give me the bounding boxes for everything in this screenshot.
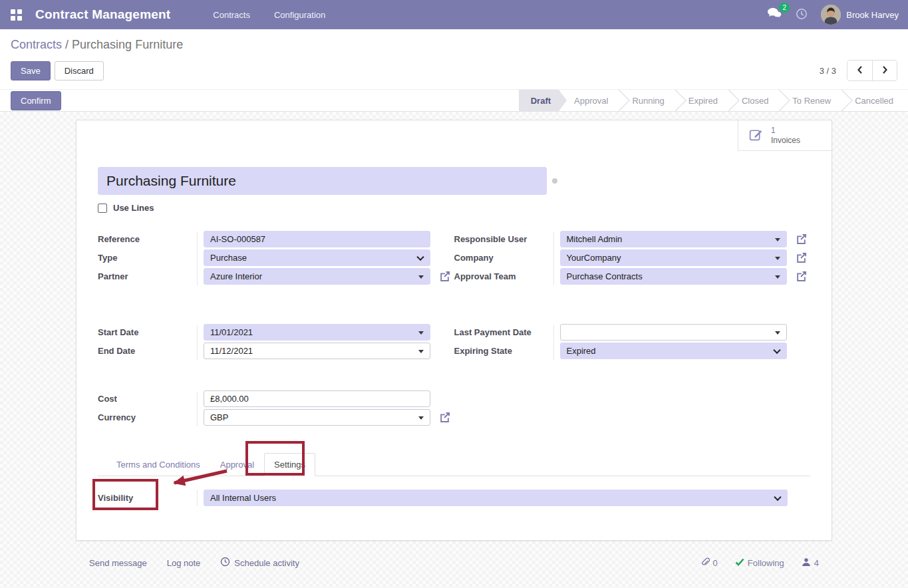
clock-icon [796, 8, 808, 22]
activities-button[interactable] [796, 8, 808, 22]
last-payment-date-label: Last Payment Date [454, 327, 553, 337]
dropdown-caret-icon [418, 350, 424, 353]
partner-external-link-icon[interactable] [438, 270, 451, 283]
send-message-button[interactable]: Send message [89, 558, 147, 568]
user-menu[interactable]: Brook Harvey [821, 5, 899, 25]
app-title[interactable]: Contract Management [35, 7, 170, 22]
pager-previous-button[interactable] [847, 61, 872, 80]
approval-team-field[interactable]: Purchase Contracts [560, 268, 787, 285]
chevron-down-icon [774, 493, 781, 500]
attachments-button[interactable]: 0 [700, 557, 718, 569]
stage-separator-icon [838, 90, 847, 111]
person-icon [802, 557, 811, 569]
contract-title-input[interactable] [98, 167, 547, 195]
chevron-right-icon [881, 65, 889, 76]
last-payment-date-field[interactable] [560, 324, 787, 341]
invoice-count: 1 [771, 126, 800, 136]
expiring-state-select[interactable]: Expired [560, 343, 787, 359]
cost-label: Cost [98, 394, 197, 404]
type-label: Type [98, 253, 197, 263]
stage-draft[interactable]: Draft [519, 90, 567, 111]
responsible-user-field[interactable]: Mitchell Admin [560, 231, 787, 247]
content-area: 1 Invoices Use Lines Reference [0, 112, 908, 588]
dropdown-caret-icon [775, 238, 780, 241]
use-lines-checkbox[interactable] [98, 204, 107, 213]
approval-team-label: Approval Team [454, 271, 553, 281]
message-count-badge: 2 [779, 3, 790, 13]
invoices-stat-button[interactable]: 1 Invoices [738, 120, 832, 151]
notebook-tabs: Terms and Conditions Approval Settings [98, 453, 810, 476]
top-navbar: Contract Management Contracts Configurat… [0, 0, 908, 29]
menu-configuration[interactable]: Configuration [274, 10, 325, 20]
chevron-down-icon [773, 346, 780, 353]
dropdown-caret-icon [775, 257, 780, 260]
pager-next-button[interactable] [872, 61, 897, 80]
chevron-down-icon [416, 253, 424, 260]
follower-count: 4 [814, 558, 819, 568]
expiring-state-label: Expiring State [454, 346, 553, 356]
start-date-field[interactable]: 11/01/2021 [204, 324, 430, 341]
dropdown-caret-icon [775, 275, 780, 279]
company-label: Company [454, 253, 553, 263]
tab-approval[interactable]: Approval [210, 453, 264, 476]
following-button[interactable]: Following [735, 558, 784, 568]
schedule-activity-button[interactable]: Schedule activity [220, 557, 299, 569]
stage-pipeline: Draft Approval Running Expired Closed To… [519, 90, 908, 111]
edit-pencil-icon [748, 126, 764, 145]
visibility-label: Visibility [98, 493, 197, 503]
log-note-button[interactable]: Log note [167, 558, 201, 568]
currency-external-link-icon[interactable] [438, 411, 451, 424]
currency-field[interactable]: GBP [204, 409, 430, 426]
currency-label: Currency [98, 412, 197, 422]
chatter: Send message Log note Schedule activity … [76, 541, 832, 585]
activity-clock-icon [220, 557, 230, 569]
reference-input[interactable] [204, 231, 430, 247]
responsible-user-label: Responsible User [454, 234, 553, 244]
stage-separator-icon [672, 90, 681, 111]
pager-count: 3 / 3 [820, 66, 836, 76]
tab-terms-and-conditions[interactable]: Terms and Conditions [106, 453, 210, 476]
discard-button[interactable]: Discard [55, 61, 104, 80]
breadcrumb-separator: / [65, 38, 69, 51]
stage-to-renew[interactable]: To Renew [785, 90, 838, 111]
apps-grid-icon[interactable] [11, 9, 22, 21]
tab-settings[interactable]: Settings [264, 453, 315, 476]
user-name: Brook Harvey [846, 10, 899, 20]
main-menu: Contracts Configuration [213, 10, 325, 20]
save-button[interactable]: Save [11, 61, 51, 80]
company-field[interactable]: YourCompany [560, 249, 787, 266]
translate-indicator-dot [552, 178, 557, 184]
statusbar: Confirm Draft Approval Running Expired C… [0, 89, 908, 112]
invoice-label: Invoices [771, 136, 800, 146]
breadcrumb-parent[interactable]: Contracts [11, 38, 62, 51]
form-sheet: 1 Invoices Use Lines Reference [76, 120, 832, 541]
stage-separator-icon [615, 90, 625, 111]
dropdown-caret-icon [418, 275, 424, 279]
avatar [821, 5, 841, 25]
end-date-label: End Date [98, 346, 197, 356]
cost-input[interactable] [204, 390, 430, 407]
dropdown-caret-icon [775, 331, 780, 335]
menu-contracts[interactable]: Contracts [213, 10, 250, 20]
followers-button[interactable]: 4 [802, 557, 819, 569]
visibility-select[interactable]: All Internal Users [204, 490, 788, 506]
confirm-button[interactable]: Confirm [11, 91, 61, 110]
use-lines-label: Use Lines [113, 203, 154, 213]
start-date-label: Start Date [98, 327, 197, 337]
approval-team-external-link-icon[interactable] [795, 270, 808, 283]
stage-separator-icon [725, 90, 734, 111]
dropdown-caret-icon [418, 416, 424, 420]
end-date-field[interactable]: 11/12/2021 [204, 343, 430, 359]
partner-field[interactable]: Azure Interior [204, 268, 430, 285]
company-external-link-icon[interactable] [795, 251, 808, 264]
attachment-count: 0 [713, 558, 718, 568]
type-select[interactable]: Purchase [204, 249, 430, 266]
chevron-left-icon [856, 65, 863, 76]
dropdown-caret-icon [418, 331, 424, 335]
responsible-user-external-link-icon[interactable] [795, 233, 808, 245]
check-icon [735, 558, 744, 568]
stage-cancelled[interactable]: Cancelled [847, 90, 908, 111]
messages-button[interactable]: 2 [767, 7, 782, 22]
reference-label: Reference [98, 234, 197, 244]
partner-label: Partner [98, 271, 197, 281]
